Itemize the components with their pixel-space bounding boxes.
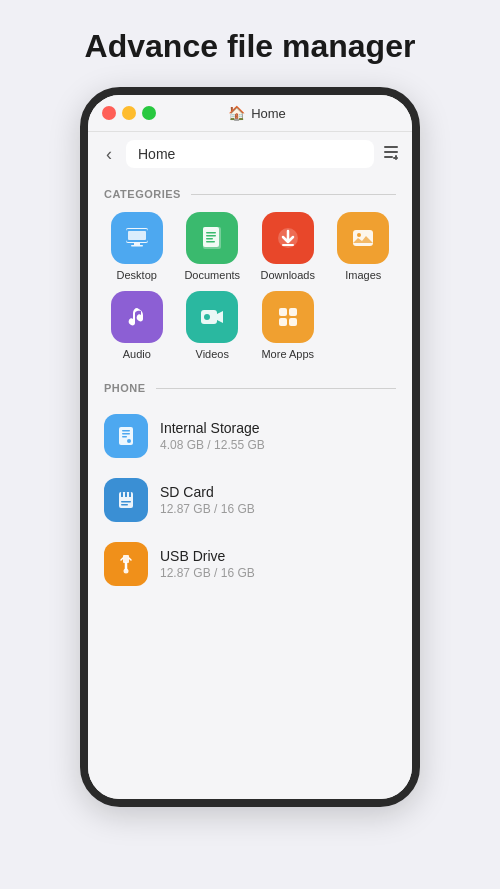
internal-storage-size: 4.08 GB / 12.55 GB <box>160 438 265 452</box>
category-audio[interactable]: Audio <box>104 291 170 360</box>
svg-rect-1 <box>384 151 398 153</box>
svg-rect-0 <box>384 146 398 148</box>
storage-item-usb[interactable]: USB Drive 12.87 GB / 16 GB <box>88 532 412 596</box>
svg-point-19 <box>357 233 361 237</box>
downloads-label: Downloads <box>261 269 315 281</box>
documents-label: Documents <box>184 269 240 281</box>
svg-point-30 <box>127 439 131 443</box>
svg-rect-22 <box>279 308 287 316</box>
internal-storage-info: Internal Storage 4.08 GB / 12.55 GB <box>160 420 265 452</box>
svg-point-38 <box>124 569 129 574</box>
usb-drive-icon <box>104 542 148 586</box>
videos-icon <box>186 291 238 343</box>
svg-rect-33 <box>125 492 127 497</box>
svg-rect-36 <box>121 504 128 506</box>
usb-drive-info: USB Drive 12.87 GB / 16 GB <box>160 548 255 580</box>
videos-label: Videos <box>196 348 229 360</box>
category-images[interactable]: Images <box>331 212 397 281</box>
svg-rect-15 <box>206 241 215 243</box>
usb-drive-size: 12.87 GB / 16 GB <box>160 566 255 580</box>
search-input[interactable] <box>126 140 374 168</box>
phone-section: PHONE Inter <box>88 370 412 600</box>
images-icon <box>337 212 389 264</box>
phone-label: PHONE <box>104 382 146 394</box>
internal-storage-icon <box>104 414 148 458</box>
svg-rect-12 <box>206 232 216 234</box>
audio-label: Audio <box>123 348 151 360</box>
back-button[interactable]: ‹ <box>100 142 118 167</box>
more-apps-icon <box>262 291 314 343</box>
documents-icon <box>186 212 238 264</box>
close-button[interactable] <box>102 106 116 120</box>
svg-rect-28 <box>122 433 130 435</box>
list-icon[interactable] <box>382 143 400 166</box>
svg-rect-32 <box>121 492 123 497</box>
desktop-label: Desktop <box>117 269 157 281</box>
window-title-area: 🏠 Home <box>228 105 286 121</box>
svg-rect-27 <box>122 430 130 432</box>
categories-label: CATEGORIES <box>104 188 181 200</box>
sd-card-info: SD Card 12.87 GB / 16 GB <box>160 484 255 516</box>
downloads-icon <box>262 212 314 264</box>
svg-rect-25 <box>289 318 297 326</box>
svg-rect-34 <box>129 492 131 497</box>
svg-rect-7 <box>128 231 146 240</box>
svg-rect-8 <box>134 243 140 245</box>
images-label: Images <box>345 269 381 281</box>
category-desktop[interactable]: Desktop <box>104 212 170 281</box>
category-documents[interactable]: Documents <box>180 212 246 281</box>
maximize-button[interactable] <box>142 106 156 120</box>
usb-drive-name: USB Drive <box>160 548 255 564</box>
window-controls <box>102 106 156 120</box>
more-apps-label: More Apps <box>261 348 314 360</box>
svg-rect-24 <box>279 318 287 326</box>
categories-section-header: CATEGORIES <box>88 176 412 206</box>
svg-rect-29 <box>122 436 127 438</box>
desktop-icon <box>111 212 163 264</box>
internal-storage-name: Internal Storage <box>160 420 265 436</box>
svg-rect-35 <box>121 501 131 503</box>
page-title: Advance file manager <box>85 28 416 65</box>
svg-point-21 <box>204 314 210 320</box>
window-title: Home <box>251 106 286 121</box>
svg-rect-23 <box>289 308 297 316</box>
svg-rect-17 <box>282 244 294 246</box>
window-bar: 🏠 Home <box>88 95 412 132</box>
categories-grid: Desktop Documents <box>88 206 412 370</box>
svg-rect-4 <box>393 157 398 159</box>
sd-card-size: 12.87 GB / 16 GB <box>160 502 255 516</box>
phone-section-header: PHONE <box>88 370 412 400</box>
category-videos[interactable]: Videos <box>180 291 246 360</box>
sd-card-icon <box>104 478 148 522</box>
category-downloads[interactable]: Downloads <box>255 212 321 281</box>
svg-rect-9 <box>131 245 143 247</box>
categories-divider <box>191 194 396 195</box>
svg-rect-13 <box>206 235 216 237</box>
audio-icon <box>111 291 163 343</box>
sd-card-name: SD Card <box>160 484 255 500</box>
storage-list: Internal Storage 4.08 GB / 12.55 GB <box>88 400 412 600</box>
svg-rect-14 <box>206 238 213 240</box>
category-more-apps[interactable]: More Apps <box>255 291 321 360</box>
home-icon: 🏠 <box>228 105 245 121</box>
minimize-button[interactable] <box>122 106 136 120</box>
phone-divider <box>156 388 396 389</box>
phone-frame: 🏠 Home ‹ CATEGORIES <box>80 87 420 807</box>
nav-bar: ‹ <box>88 132 412 176</box>
svg-rect-18 <box>353 230 373 246</box>
svg-rect-2 <box>384 156 393 158</box>
app-content: ‹ CATEGORIES <box>88 132 412 799</box>
storage-item-sd[interactable]: SD Card 12.87 GB / 16 GB <box>88 468 412 532</box>
storage-item-internal[interactable]: Internal Storage 4.08 GB / 12.55 GB <box>88 404 412 468</box>
svg-rect-11 <box>203 227 219 247</box>
